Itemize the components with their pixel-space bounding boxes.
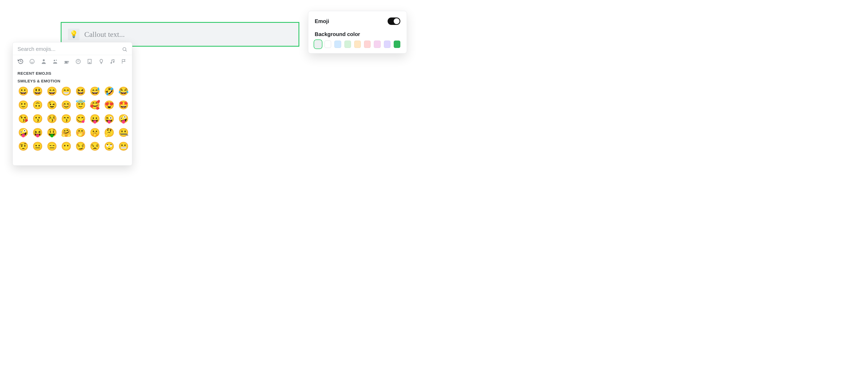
category-recent[interactable] — [18, 58, 24, 65]
emoji-item[interactable]: 😝 — [32, 127, 43, 138]
toggle-knob — [394, 18, 400, 24]
section-smileys-title: SMILEYS & EMOTION — [18, 79, 127, 83]
bg-color-swatch[interactable] — [374, 40, 380, 48]
emoji-item[interactable]: 😒 — [89, 140, 101, 152]
emoji-item[interactable]: 😀 — [18, 85, 29, 97]
emoji-item[interactable]: 😜 — [103, 113, 115, 125]
emoji-search-input[interactable] — [18, 46, 122, 52]
emoji-item[interactable]: 😛 — [89, 113, 101, 125]
category-flags[interactable] — [121, 58, 127, 65]
emoji-toggle-label: Emoji — [315, 18, 329, 24]
category-objects[interactable] — [98, 58, 104, 65]
emoji-item[interactable]: 🤪 — [18, 127, 29, 138]
bg-color-swatch[interactable] — [324, 40, 331, 48]
bg-color-swatch[interactable] — [315, 40, 321, 48]
bg-color-swatches — [315, 40, 400, 48]
category-activity[interactable] — [75, 58, 81, 65]
emoji-item[interactable]: 🤗 — [60, 127, 72, 138]
svg-rect-14 — [89, 63, 90, 64]
emoji-item[interactable]: 🙂 — [18, 99, 29, 111]
category-people[interactable] — [40, 58, 46, 65]
smileys-grid: 😀😃😄😁😆😅🤣😂🙂🙃😉😊😇🥰😍🤩😘😗😚😙😋😛😜🤪🤪😝🤑🤗🤭🤫🤔🤐🤨😐😑😶😏😒🙄😬 — [18, 85, 127, 152]
svg-rect-7 — [64, 63, 68, 64]
emoji-toggle-row: Emoji — [315, 18, 400, 25]
emoji-item[interactable]: 😏 — [75, 140, 86, 152]
svg-point-2 — [30, 59, 34, 64]
callout-emoji-button[interactable]: 💡 — [68, 29, 80, 40]
bg-color-swatch[interactable] — [384, 40, 391, 48]
emoji-picker: RECENT EMOJIS SMILEYS & EMOTION 😀😃😄😁😆😅🤣😂… — [12, 42, 132, 166]
emoji-item[interactable]: 😃 — [32, 85, 43, 97]
section-recent-title: RECENT EMOJIS — [18, 71, 127, 75]
bg-color-swatch[interactable] — [354, 40, 361, 48]
bg-color-label: Background color — [315, 31, 400, 37]
emoji-item[interactable]: 🤪 — [118, 113, 129, 125]
category-smileys[interactable] — [29, 58, 35, 65]
emoji-item[interactable]: 🤩 — [118, 99, 129, 111]
emoji-item[interactable]: 🥰 — [89, 99, 101, 111]
emoji-item[interactable]: 😗 — [32, 113, 43, 125]
emoji-toggle[interactable] — [388, 18, 400, 25]
emoji-item[interactable]: 🤔 — [103, 127, 115, 138]
category-animals[interactable] — [52, 58, 58, 65]
emoji-item[interactable]: 😄 — [46, 85, 58, 97]
emoji-item[interactable]: 😚 — [46, 113, 58, 125]
svg-rect-9 — [88, 59, 91, 64]
emoji-item[interactable]: 🤑 — [46, 127, 58, 138]
bg-color-swatch[interactable] — [334, 40, 341, 48]
bg-color-swatch[interactable] — [344, 40, 351, 48]
lightbulb-icon: 💡 — [69, 30, 78, 38]
emoji-item[interactable]: 😍 — [103, 99, 115, 111]
category-travel[interactable] — [86, 58, 93, 65]
search-icon — [122, 47, 127, 52]
emoji-item[interactable]: 😆 — [75, 85, 86, 97]
emoji-item[interactable]: 😋 — [75, 113, 86, 125]
emoji-item[interactable]: 🙃 — [32, 99, 43, 111]
emoji-item[interactable]: 😁 — [60, 85, 72, 97]
emoji-item[interactable]: 🙄 — [103, 140, 115, 152]
emoji-item[interactable]: 😑 — [46, 140, 58, 152]
emoji-item[interactable]: 🤐 — [118, 127, 129, 138]
emoji-category-tabs — [13, 55, 132, 66]
emoji-search-row — [13, 42, 132, 55]
emoji-item[interactable]: 😙 — [60, 113, 72, 125]
emoji-item[interactable]: 😇 — [75, 99, 86, 111]
emoji-item[interactable]: 😘 — [18, 113, 29, 125]
svg-point-5 — [43, 59, 44, 61]
svg-line-1 — [126, 50, 127, 51]
emoji-list: RECENT EMOJIS SMILEYS & EMOTION 😀😃😄😁😆😅🤣😂… — [13, 66, 132, 165]
callout-settings-panel: Emoji Background color — [308, 11, 407, 54]
svg-point-6 — [54, 60, 55, 62]
category-food[interactable] — [64, 58, 70, 65]
bg-color-swatch[interactable] — [364, 40, 371, 48]
emoji-item[interactable]: 😬 — [118, 140, 129, 152]
emoji-item[interactable]: 😅 — [89, 85, 101, 97]
bg-color-swatch[interactable] — [394, 40, 400, 48]
emoji-item[interactable]: 😶 — [60, 140, 72, 152]
category-symbols[interactable] — [110, 58, 116, 65]
emoji-item[interactable]: 😉 — [46, 99, 58, 111]
emoji-item[interactable]: 😂 — [118, 85, 129, 97]
emoji-item[interactable]: 🤨 — [18, 140, 29, 152]
emoji-item[interactable]: 😊 — [60, 99, 72, 111]
callout-placeholder[interactable]: Callout text... — [84, 30, 125, 39]
emoji-item[interactable]: 🤫 — [89, 127, 101, 138]
emoji-item[interactable]: 😐 — [32, 140, 43, 152]
emoji-item[interactable]: 🤭 — [75, 127, 86, 138]
emoji-item[interactable]: 🤣 — [103, 85, 115, 97]
